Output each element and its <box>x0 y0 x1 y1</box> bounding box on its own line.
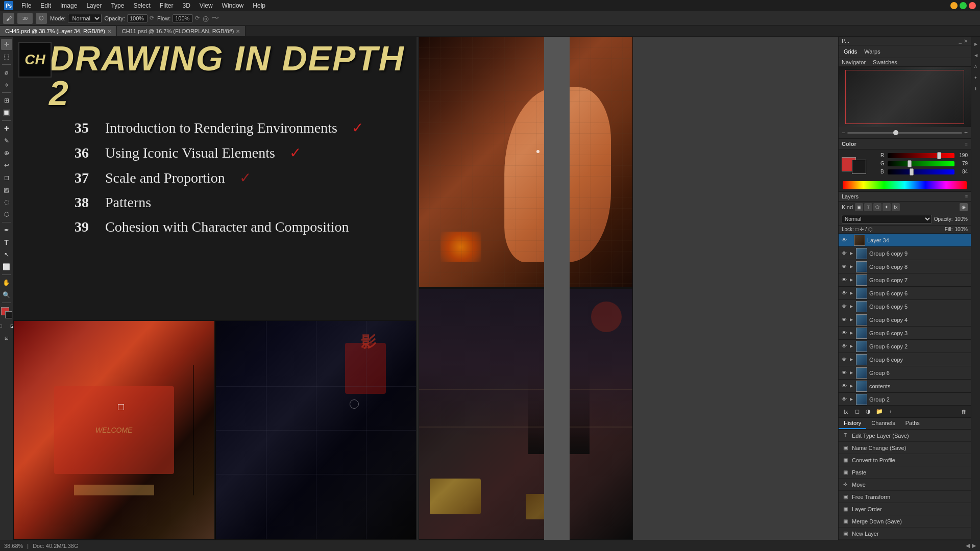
layer-row-g2[interactable]: 👁 ▶ Group 2 <box>839 393 971 405</box>
layer-row-g6c4[interactable]: 👁 ▶ Group 6 copy 4 <box>839 313 971 327</box>
layer-g6c8-expand[interactable]: ▶ <box>849 264 854 269</box>
layer-row-34[interactable]: 👁 Layer 34 <box>839 234 971 247</box>
menu-select[interactable]: Select <box>129 1 154 10</box>
grids-tab[interactable]: Grids <box>842 47 859 56</box>
history-item-1[interactable]: ▣ Name Change (Save) <box>839 442 971 454</box>
panel-close[interactable]: ✕ <box>964 38 968 44</box>
document-canvas[interactable]: CH DRAWING IN DEPTH 2 35 Introduction to… <box>13 37 416 540</box>
layer-g6c9-expand[interactable]: ▶ <box>849 251 854 256</box>
hand-tool[interactable]: ✋ <box>1 277 12 288</box>
menu-window[interactable]: Window <box>218 1 248 10</box>
layer-g6c-visibility[interactable]: 👁 <box>841 356 848 363</box>
layer-g6c2-visibility[interactable]: 👁 <box>841 343 848 350</box>
airbrush-icon[interactable]: ◎ <box>203 14 209 22</box>
layer-contents-visibility[interactable]: 👁 <box>841 383 848 390</box>
layer-g6c7-visibility[interactable]: 👁 <box>841 277 848 284</box>
channels-tab[interactable]: Channels <box>866 418 900 429</box>
bg-color-swatch[interactable] <box>852 160 866 174</box>
red-slider[interactable] <box>888 153 954 158</box>
history-item-7[interactable]: ▣ Merge Down (Save) <box>839 515 971 528</box>
lasso-tool[interactable]: ⌀ <box>1 67 12 78</box>
path-selection-tool[interactable]: ↖ <box>1 249 12 260</box>
history-item-5[interactable]: ▣ Free Transform <box>839 491 971 503</box>
layer-row-g6c5[interactable]: 👁 ▶ Group 6 copy 5 <box>839 300 971 313</box>
menu-view[interactable]: View <box>195 1 217 10</box>
color-panel-menu[interactable]: ≡ <box>965 141 968 147</box>
paths-tab[interactable]: Paths <box>900 418 925 429</box>
layer-g6c9-visibility[interactable]: 👁 <box>841 250 848 257</box>
layer-g6c7-expand[interactable]: ▶ <box>849 278 854 283</box>
filter-shape-icon[interactable]: ⬠ <box>873 203 881 211</box>
history-item-8[interactable]: ▣ New Layer <box>839 528 971 540</box>
layer-g6c8-visibility[interactable]: 👁 <box>841 263 848 270</box>
layers-panel-header[interactable]: Layers ≡ <box>839 192 971 202</box>
tab-ch11[interactable]: CH11.psd @ 16.7% (FLOORPLAN, RGB/8#) ✕ <box>117 26 246 36</box>
menu-edit[interactable]: Edit <box>36 1 55 10</box>
layer-row-g6c2[interactable]: 👁 ▶ Group 6 copy 2 <box>839 340 971 353</box>
menu-file[interactable]: File <box>17 1 35 10</box>
history-item-6[interactable]: ▣ Layer Order <box>839 503 971 515</box>
blur-tool[interactable]: ◌ <box>1 196 12 208</box>
color-picker-fg[interactable] <box>1 307 12 318</box>
maximize-button[interactable] <box>960 2 967 9</box>
warps-tab[interactable]: Warps <box>862 47 882 56</box>
standard-mode[interactable]: □ <box>0 320 6 332</box>
extra-btn-1[interactable]: ▶ <box>972 39 979 49</box>
layer-row-g6c3[interactable]: 👁 ▶ Group 6 copy 3 <box>839 327 971 340</box>
canvas-area[interactable]: CH DRAWING IN DEPTH 2 35 Introduction to… <box>13 37 838 540</box>
layer-g6c5-visibility[interactable]: 👁 <box>841 303 848 310</box>
marquee-tool[interactable]: ⬚ <box>1 51 12 62</box>
layer-g6-visibility[interactable]: 👁 <box>841 369 848 377</box>
mode-select[interactable]: Normal <box>68 14 102 23</box>
layer-adj-button[interactable]: ◑ <box>863 407 873 416</box>
blue-slider[interactable] <box>888 169 954 174</box>
layer-row-g6c9[interactable]: 👁 ▶ Group 6 copy 9 <box>839 247 971 260</box>
opacity-value[interactable]: 100% <box>127 14 148 22</box>
flow-value[interactable]: 100% <box>173 14 193 22</box>
close-button[interactable] <box>969 2 976 9</box>
layer-contents-expand[interactable]: ▶ <box>849 384 854 389</box>
swatches-label[interactable]: Swatches <box>873 59 897 65</box>
layer-mask-button[interactable]: ◻ <box>852 407 862 416</box>
move-tool[interactable]: ✛ <box>1 39 12 50</box>
eyedropper-tool[interactable]: 🔲 <box>1 107 12 118</box>
smoothing-icon[interactable]: 〜 <box>212 14 219 23</box>
layer-row-g6c6[interactable]: 👁 ▶ Group 6 copy 6 <box>839 287 971 300</box>
layer-row-g6c[interactable]: 👁 ▶ Group 6 copy <box>839 353 971 366</box>
eraser-tool[interactable]: ◻ <box>1 172 12 183</box>
navigator-preview[interactable] <box>839 67 971 127</box>
dodge-tool[interactable]: ⬡ <box>1 209 12 220</box>
menu-layer[interactable]: Layer <box>82 1 106 10</box>
extra-btn-3[interactable]: A <box>972 61 979 71</box>
filter-smart-icon[interactable]: ✦ <box>883 203 891 211</box>
layer-delete-button[interactable]: 🗑 <box>959 407 969 416</box>
extra-btn-4[interactable]: ✦ <box>972 72 979 83</box>
layer-row-g6c8[interactable]: 👁 ▶ Group 6 copy 8 <box>839 260 971 273</box>
brush-tool[interactable]: ✎ <box>1 135 12 146</box>
layer-row-g6[interactable]: 👁 ▶ Group 6 <box>839 366 971 380</box>
zoom-out-icon[interactable]: − <box>842 129 845 136</box>
layer-row-contents[interactable]: 👁 ▶ contents <box>839 380 971 393</box>
type-tool[interactable]: T <box>1 237 12 248</box>
layers-collapse-icon[interactable]: ≡ <box>965 194 968 199</box>
tab-ch45-close[interactable]: ✕ <box>107 29 111 34</box>
filter-effect-icon[interactable]: fx <box>892 203 900 211</box>
extra-btn-2[interactable]: ◀ <box>972 50 979 60</box>
history-tab[interactable]: History <box>839 418 866 429</box>
history-item-3[interactable]: ▣ Paste <box>839 466 971 479</box>
layer-g6-expand[interactable]: ▶ <box>849 370 854 375</box>
history-item-4[interactable]: ✛ Move <box>839 479 971 491</box>
layer-g6c4-visibility[interactable]: 👁 <box>841 316 848 323</box>
green-slider[interactable] <box>888 161 954 166</box>
status-arrow-left[interactable]: ◀ <box>966 542 970 549</box>
layer-g6c6-expand[interactable]: ▶ <box>849 291 854 296</box>
layer-fx-button[interactable]: fx <box>841 407 851 416</box>
tab-ch45[interactable]: CH45.psd @ 38.7% (Layer 34, RGB/8#) ✕ <box>0 26 117 36</box>
layer-g6c-expand[interactable]: ▶ <box>849 357 854 362</box>
color-spectrum[interactable] <box>843 181 967 189</box>
extra-btn-5[interactable]: ℹ <box>972 84 979 94</box>
nav-zoom-slider[interactable] <box>847 132 962 134</box>
tab-ch11-close[interactable]: ✕ <box>236 29 240 34</box>
shape-tool[interactable]: ⬜ <box>1 261 12 272</box>
layer-g6c3-expand[interactable]: ▶ <box>849 331 854 336</box>
